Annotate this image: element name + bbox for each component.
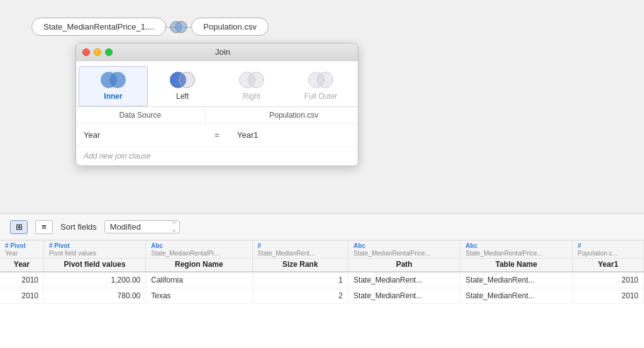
pipeline: State_MedianRentalPrice_1.... Population… (31, 18, 269, 36)
clause-header-right: Population.csv (230, 107, 358, 123)
cell-pivot-0: 1,200.00 (44, 272, 146, 288)
cell-year1-0: 2010 (572, 272, 643, 288)
left-venn-icon (169, 70, 196, 89)
sort-select-wrap: Modified Name Type (104, 220, 180, 233)
list-icon: ≡ (42, 222, 47, 232)
full-outer-label: Full Outer (304, 92, 338, 101)
cell-path-1: State_MedianRent... (348, 288, 460, 304)
cell-pivot-1: 780.00 (44, 288, 146, 304)
size-rank-type-icon: # (258, 242, 343, 249)
cell-size-1: 2 (252, 288, 348, 304)
table-name-type-icon: Abc (465, 242, 567, 249)
inner-label: Inner (104, 92, 122, 101)
cell-path-0: State_MedianRent... (348, 272, 460, 288)
list-view-button[interactable]: ≡ (35, 220, 53, 234)
bottom-toolbar: ⊞ ≡ Sort fields Modified Name Type (0, 214, 644, 240)
maximize-button[interactable] (105, 48, 113, 56)
year-source: Year (5, 250, 38, 257)
dialog-titlebar: Join (76, 43, 358, 61)
cell-table-1: State_MedianRent... (460, 288, 572, 304)
year1-source: Population.c... (578, 250, 638, 257)
sort-select[interactable]: Modified Name Type (104, 220, 180, 233)
sort-label: Sort fields (60, 222, 97, 232)
table-body: 2010 1,200.00 California 1 State_MedianR… (0, 272, 644, 304)
inner-venn-icon (99, 70, 127, 89)
cell-year-0: 2010 (0, 272, 44, 288)
region-source: State_MedianRentalPr... (151, 250, 247, 257)
year1-type-icon: # (578, 242, 638, 249)
col-name-path: Path (348, 259, 460, 272)
join-clause-area: Data Source Population.csv Year = Year1 … (76, 107, 358, 166)
col-header-year: # Pivot Year (0, 240, 44, 259)
pipeline-node-right[interactable]: Population.csv (191, 18, 269, 36)
right-label: Right (243, 92, 260, 101)
dialog-title: Join (116, 47, 329, 57)
add-join-clause[interactable]: Add new join clause (76, 147, 358, 166)
cell-year-1: 2010 (0, 288, 44, 304)
col-header-region: Abc State_MedianRentalPr... (146, 240, 252, 259)
pipeline-connector[interactable] (166, 18, 191, 36)
clause-left-field[interactable]: Year (76, 128, 204, 142)
clause-header-left: Data Source (76, 107, 205, 123)
col-name-year1: Year1 (572, 259, 643, 272)
col-name-year: Year (0, 259, 44, 272)
join-dialog: Join Inner Left (75, 43, 358, 166)
grid-icon: ⊞ (16, 222, 23, 232)
col-header-year1: # Population.c... (572, 240, 643, 259)
col-name-table-name: Table Name (460, 259, 572, 272)
clause-right-field[interactable]: Year1 (230, 128, 358, 142)
clause-operator: = (204, 130, 230, 140)
cell-table-0: State_MedianRent... (460, 272, 572, 288)
cell-year1-1: 2010 (572, 288, 643, 304)
right-venn-icon (238, 70, 265, 89)
pivot-values-type-icon: # Pivot (49, 242, 140, 249)
minimize-button[interactable] (94, 48, 101, 56)
join-type-left[interactable]: Left (148, 66, 217, 106)
svg-point-1 (175, 21, 187, 33)
col-name-region: Region Name (146, 259, 252, 272)
pivot-values-source: Pivot field values (49, 250, 140, 257)
join-type-full-outer[interactable]: Full Outer (286, 66, 355, 106)
path-source: State_MedianRentalPrice... (353, 250, 455, 257)
join-clause-row[interactable]: Year = Year1 (76, 124, 358, 147)
join-types: Inner Left Right (76, 61, 358, 107)
col-name-size-rank: Size Rank (252, 259, 348, 272)
left-label: Left (176, 92, 189, 101)
path-type-icon: Abc (353, 242, 455, 249)
table-row: 2010 1,200.00 California 1 State_MedianR… (0, 272, 644, 288)
data-table-area: # Pivot Year # Pivot Pivot field values … (0, 240, 644, 348)
full-outer-venn-icon (307, 70, 335, 89)
pipeline-node-left[interactable]: State_MedianRentalPrice_1.... (31, 18, 166, 36)
col-name-pivot-values: Pivot field values (44, 259, 146, 272)
clause-header: Data Source Population.csv (76, 107, 358, 124)
cell-region-0: California (146, 272, 252, 288)
join-type-right[interactable]: Right (217, 66, 286, 106)
table-row: 2010 780.00 Texas 2 State_MedianRent... … (0, 288, 644, 304)
region-type-icon: Abc (151, 242, 247, 249)
col-header-path: Abc State_MedianRentalPrice... (348, 240, 460, 259)
column-name-row: Year Pivot field values Region Name Size… (0, 259, 644, 272)
size-rank-source: State_MedianRent... (258, 250, 343, 257)
data-table: # Pivot Year # Pivot Pivot field values … (0, 240, 644, 304)
col-header-pivot-values: # Pivot Pivot field values (44, 240, 146, 259)
cell-size-0: 1 (252, 272, 348, 288)
year-type-icon: # Pivot (5, 242, 38, 249)
column-type-row: # Pivot Year # Pivot Pivot field values … (0, 240, 644, 259)
close-button[interactable] (82, 48, 90, 56)
canvas-area: State_MedianRentalPrice_1.... Population… (0, 0, 644, 214)
cell-region-1: Texas (146, 288, 252, 304)
join-type-inner[interactable]: Inner (79, 66, 148, 106)
col-header-table-name: Abc State_MedianRentalPrice... (460, 240, 572, 259)
grid-view-button[interactable]: ⊞ (10, 220, 28, 234)
col-header-size-rank: # State_MedianRent... (252, 240, 348, 259)
table-name-source: State_MedianRentalPrice... (465, 250, 567, 257)
